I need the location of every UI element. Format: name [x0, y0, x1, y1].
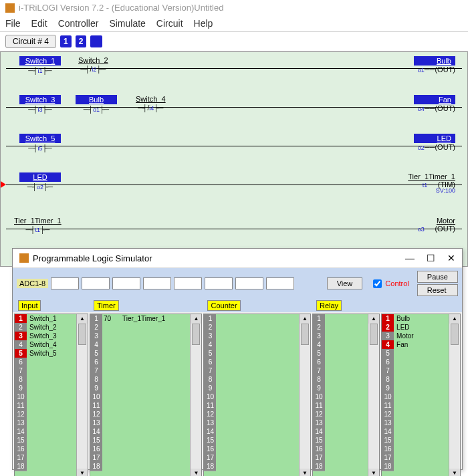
nav-button-blank[interactable] — [90, 35, 102, 47]
list-item[interactable]: 18 — [204, 462, 299, 471]
contact-element[interactable]: Switch_5─┤i5├─ — [19, 134, 61, 152]
list-item[interactable]: 5 — [382, 349, 449, 358]
menu-controller[interactable]: Controller — [58, 18, 99, 29]
list-item[interactable]: 2 — [204, 323, 299, 332]
rung[interactable]: Switch_3─┤i3├─Bulb─┤o1├─Switch_4─┤/i4├─F… — [6, 95, 462, 122]
reset-button[interactable]: Reset — [417, 284, 458, 296]
pause-button[interactable]: Pause — [417, 271, 458, 283]
list-item[interactable]: 4 — [313, 340, 368, 349]
input-list[interactable]: 1Switch_12Switch_23Switch_34Switch_45Swi… — [15, 314, 76, 476]
timer-list[interactable]: 170Tier_1Timer_1234567891011121314151617… — [90, 314, 190, 476]
adc-input-4[interactable] — [143, 277, 171, 289]
list-item[interactable]: 11 — [204, 401, 299, 410]
list-item[interactable]: 15 — [313, 436, 368, 445]
list-item[interactable]: 15 — [90, 436, 190, 445]
list-item[interactable]: 10 — [204, 392, 299, 401]
list-item[interactable]: 7 — [313, 366, 368, 375]
adc-input-8[interactable] — [266, 277, 294, 289]
list-item[interactable]: 18 — [313, 462, 368, 471]
list-item[interactable]: 170Tier_1Timer_1 — [90, 314, 190, 323]
output-list[interactable]: 1Bulb2LED3Motor4Fan567891011121314151617… — [382, 314, 449, 476]
control-checkbox[interactable] — [373, 279, 382, 288]
list-item[interactable]: 13 — [204, 419, 299, 427]
contact-element[interactable]: Bulb─┤o1├─ — [76, 95, 117, 113]
list-item[interactable]: 6 — [382, 358, 449, 366]
vertical-scrollbar[interactable]: ▲▼ — [368, 314, 379, 476]
vertical-scrollbar[interactable]: ▲▼ — [76, 314, 88, 476]
list-item[interactable]: 4Switch_4 — [15, 340, 76, 349]
menu-file[interactable]: File — [5, 18, 21, 29]
list-item[interactable]: 17 — [15, 453, 76, 462]
list-item[interactable]: 16 — [204, 445, 299, 453]
contact-element[interactable]: Tier_1Timer_1─┤t1├─ — [14, 217, 62, 233]
list-item[interactable]: 5 — [204, 349, 299, 358]
list-item[interactable]: 6 — [204, 358, 299, 366]
list-item[interactable]: 14 — [382, 427, 449, 436]
vertical-scrollbar[interactable]: ▲▼ — [299, 314, 310, 476]
adc-input-7[interactable] — [235, 277, 263, 289]
list-item[interactable]: 9 — [90, 384, 190, 392]
list-item[interactable]: 5 — [90, 349, 190, 358]
adc-input-5[interactable] — [174, 277, 202, 289]
list-item[interactable]: 14 — [90, 427, 190, 436]
contact-element[interactable]: Switch_3─┤i3├─ — [19, 95, 61, 113]
menu-circuit[interactable]: Circuit — [156, 18, 183, 29]
list-item[interactable]: 1 — [204, 314, 299, 323]
list-item[interactable]: 11 — [313, 401, 368, 410]
list-item[interactable]: 5Switch_5 — [15, 349, 76, 358]
list-item[interactable]: 16 — [90, 445, 190, 453]
rung[interactable]: Switch_1─┤i1├─Switch_2─┤/i2├─Bulbo1──(OU… — [6, 56, 462, 83]
list-item[interactable]: 8 — [382, 375, 449, 384]
list-item[interactable]: 10 — [90, 392, 190, 401]
list-item[interactable]: 12 — [15, 410, 76, 419]
counter-list[interactable]: 123456789101112131415161718 — [204, 314, 299, 476]
list-item[interactable]: 12 — [313, 410, 368, 419]
list-item[interactable]: 17 — [204, 453, 299, 462]
list-item[interactable]: 6 — [313, 358, 368, 366]
list-item[interactable]: 10 — [382, 392, 449, 401]
vertical-scrollbar[interactable]: ▲▼ — [449, 314, 460, 476]
list-item[interactable]: 11 — [15, 401, 76, 410]
list-item[interactable]: 9 — [15, 384, 76, 392]
list-item[interactable]: 2LED — [382, 323, 449, 332]
coil-element[interactable]: Fano4──(OUT) — [414, 95, 455, 112]
menu-edit[interactable]: Edit — [31, 18, 47, 29]
list-item[interactable]: 8 — [313, 375, 368, 384]
list-item[interactable]: 10 — [313, 392, 368, 401]
minimize-icon[interactable]: — — [405, 253, 415, 263]
list-item[interactable]: 7 — [15, 366, 76, 375]
list-item[interactable]: 16 — [382, 445, 449, 453]
list-item[interactable]: 15 — [15, 436, 76, 445]
list-item[interactable]: 4Fan — [382, 340, 449, 349]
ladder-diagram-area[interactable]: Switch_1─┤i1├─Switch_2─┤/i2├─Bulbo1──(OU… — [0, 51, 468, 267]
list-item[interactable]: 12 — [382, 410, 449, 419]
list-item[interactable]: 8 — [15, 375, 76, 384]
close-icon[interactable]: ✕ — [447, 253, 455, 263]
list-item[interactable]: 4 — [204, 340, 299, 349]
menu-help[interactable]: Help — [194, 18, 213, 29]
vertical-scrollbar[interactable]: ▲▼ — [190, 314, 201, 476]
list-item[interactable]: 11 — [382, 401, 449, 410]
list-item[interactable]: 18 — [382, 462, 449, 471]
list-item[interactable]: 11 — [90, 401, 190, 410]
list-item[interactable]: 6 — [15, 358, 76, 366]
list-item[interactable]: 4 — [90, 340, 190, 349]
list-item[interactable]: 8 — [90, 375, 190, 384]
list-item[interactable]: 12 — [204, 410, 299, 419]
list-item[interactable]: 1Bulb — [382, 314, 449, 323]
list-item[interactable]: 2 — [90, 323, 190, 332]
list-item[interactable]: 8 — [204, 375, 299, 384]
list-item[interactable]: 3Switch_3 — [15, 332, 76, 340]
list-item[interactable]: 14 — [204, 427, 299, 436]
rung[interactable]: Tier_1Timer_1─┤t1├─Motoro3──(OUT) — [6, 217, 462, 243]
list-item[interactable]: 13 — [90, 419, 190, 427]
list-item[interactable]: 6 — [90, 358, 190, 366]
coil-element[interactable]: Tier_1Timer_1t1──(TIM)SV:100 — [408, 172, 455, 189]
circuit-number-button[interactable]: Circuit # 4 — [5, 35, 56, 48]
list-item[interactable]: 17 — [313, 453, 368, 462]
list-item[interactable]: 17 — [382, 453, 449, 462]
menu-simulate[interactable]: Simulate — [109, 18, 145, 29]
coil-element[interactable]: Motoro3──(OUT) — [418, 217, 455, 233]
contact-element[interactable]: Switch_4─┤/i4├─ — [136, 95, 166, 112]
list-item[interactable]: 3 — [90, 332, 190, 340]
